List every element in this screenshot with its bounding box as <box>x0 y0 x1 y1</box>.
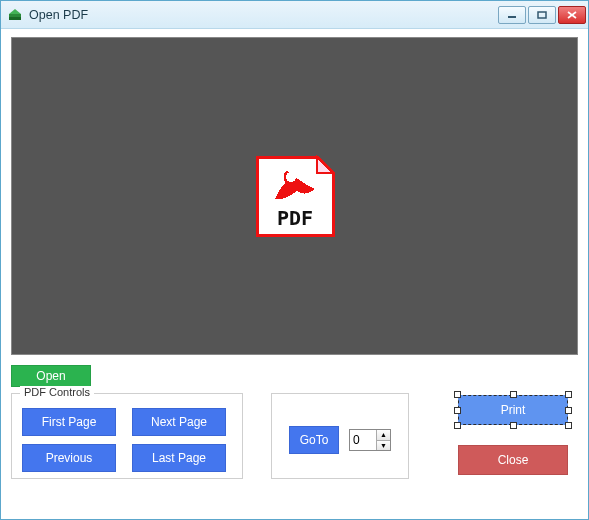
svg-rect-0 <box>9 14 21 17</box>
goto-group: GoTo ▲ ▼ <box>271 393 409 479</box>
resize-handle[interactable] <box>454 391 461 398</box>
resize-handle[interactable] <box>510 422 517 429</box>
first-page-button[interactable]: First Page <box>22 408 116 436</box>
svg-marker-1 <box>9 9 21 14</box>
window-close-button[interactable] <box>558 6 586 24</box>
svg-rect-2 <box>9 17 21 20</box>
next-page-button[interactable]: Next Page <box>132 408 226 436</box>
pdf-controls-group: PDF Controls First Page Next Page Previo… <box>11 393 243 479</box>
page-spinner: ▲ ▼ <box>349 429 391 451</box>
open-button[interactable]: Open <box>11 365 91 387</box>
minimize-icon <box>507 11 517 19</box>
svg-point-9 <box>286 172 296 182</box>
svg-rect-3 <box>508 16 516 18</box>
app-icon <box>7 7 23 23</box>
client-area: PDF Open PDF Controls First Page Next Pa… <box>1 29 588 519</box>
pdf-viewer[interactable]: PDF <box>11 37 578 355</box>
close-button[interactable]: Close <box>458 445 568 475</box>
resize-handle[interactable] <box>565 422 572 429</box>
resize-handle[interactable] <box>454 422 461 429</box>
minimize-button[interactable] <box>498 6 526 24</box>
spinner-down-button[interactable]: ▼ <box>377 441 390 451</box>
pdf-file-icon: PDF <box>247 153 343 239</box>
spinner-up-button[interactable]: ▲ <box>377 430 390 441</box>
resize-handle[interactable] <box>565 391 572 398</box>
goto-button[interactable]: GoTo <box>289 426 339 454</box>
window-controls <box>498 6 586 24</box>
print-button-selected: Print <box>458 395 568 425</box>
pdf-controls-label: PDF Controls <box>20 386 94 398</box>
close-icon <box>567 11 577 19</box>
maximize-button[interactable] <box>528 6 556 24</box>
previous-button[interactable]: Previous <box>22 444 116 472</box>
last-page-button[interactable]: Last Page <box>132 444 226 472</box>
svg-rect-4 <box>538 12 546 18</box>
titlebar[interactable]: Open PDF <box>1 1 588 29</box>
resize-handle[interactable] <box>510 391 517 398</box>
window-title: Open PDF <box>29 8 498 22</box>
print-button[interactable]: Print <box>458 395 568 425</box>
svg-marker-8 <box>317 157 333 173</box>
controls-row: PDF Controls First Page Next Page Previo… <box>11 393 578 479</box>
lower-panel: Open PDF Controls First Page Next Page P… <box>11 355 578 479</box>
window-frame: Open PDF <box>0 0 589 520</box>
maximize-icon <box>537 11 547 19</box>
resize-handle[interactable] <box>454 407 461 414</box>
svg-text:PDF: PDF <box>276 206 312 230</box>
resize-handle[interactable] <box>565 407 572 414</box>
page-number-input[interactable] <box>350 430 376 450</box>
right-buttons: Print Close <box>458 393 578 475</box>
